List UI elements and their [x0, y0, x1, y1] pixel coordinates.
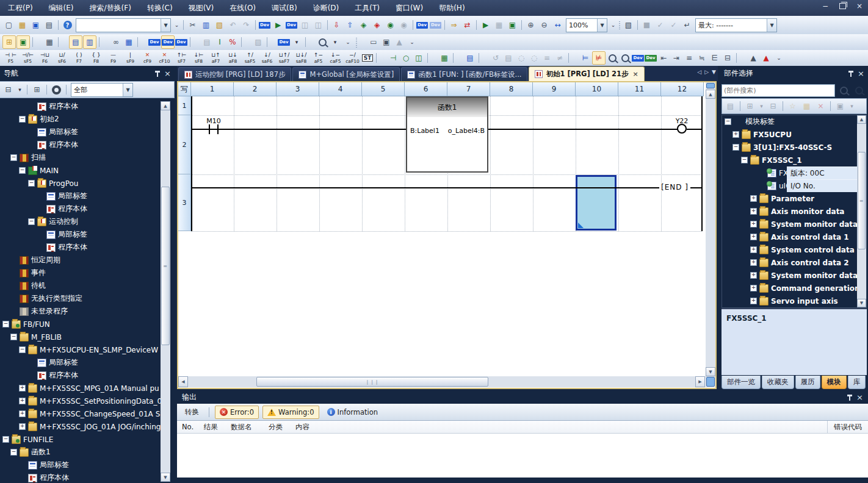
- toolbar-icon[interactable]: ⊖: [538, 19, 551, 32]
- toolbar-icon[interactable]: Dev: [161, 35, 175, 49]
- ladder-symbol-button[interactable]: ⊣ ⊢ F5: [2, 51, 19, 65]
- delete-icon[interactable]: ×: [814, 100, 827, 113]
- tree-expander-icon[interactable]: [750, 221, 757, 227]
- toolbar-icon[interactable]: ⊟: [722, 52, 734, 64]
- toolbar-icon[interactable]: ⇩: [330, 19, 343, 32]
- nav-tree-item[interactable]: 局部标签: [0, 356, 160, 369]
- toolbar-icon[interactable]: [355, 36, 367, 48]
- toolbar-icon[interactable]: ⌄: [173, 19, 181, 32]
- parts-tree-item[interactable]: uIO I/O No.: [722, 179, 849, 192]
- ladder-symbol-button[interactable]: ↑− aF5: [310, 51, 327, 65]
- close-icon[interactable]: ×: [856, 393, 863, 401]
- ladder-symbol-button[interactable]: ⊔/ sF6: [54, 51, 70, 65]
- ladder-symbol-button[interactable]: ( ) F7: [71, 51, 87, 65]
- toolbar-icon[interactable]: ✓: [667, 19, 680, 32]
- menu-item[interactable]: 编辑(E): [41, 0, 82, 16]
- menu-item[interactable]: 诊断(D): [305, 0, 347, 16]
- parts-tree-item[interactable]: FX5SSC_1: [722, 154, 849, 166]
- toolbar-icon[interactable]: ↔: [551, 19, 564, 32]
- nav-tree-item[interactable]: 待机: [0, 279, 160, 292]
- toolbar-icon[interactable]: ⊣: [387, 52, 399, 64]
- element-panel-tab[interactable]: 库: [848, 376, 866, 389]
- toolbar-icon[interactable]: [619, 52, 631, 64]
- parts-tree-item[interactable]: 3[U1]:FX5-40SSC-S: [722, 141, 849, 154]
- toolbar-icon[interactable]: ◈: [357, 19, 370, 32]
- nav-tree-item[interactable]: M+FX5SSC_SetPositioningData_0: [0, 395, 160, 407]
- tree-expander-icon[interactable]: [19, 423, 26, 430]
- toolbar-icon[interactable]: [566, 52, 579, 64]
- information-filter-button[interactable]: i Information: [323, 406, 383, 418]
- toolbar-icon[interactable]: ▨: [252, 36, 264, 48]
- toolbar-icon[interactable]: ⌄: [406, 36, 418, 48]
- ladder-symbol-button[interactable]: −/ caF10: [344, 51, 361, 65]
- nav-tree-item[interactable]: 函数1: [0, 446, 160, 459]
- close-button[interactable]: ×: [853, 1, 866, 11]
- toolbar-icon[interactable]: ◈: [371, 19, 383, 32]
- ladder-symbol-button[interactable]: ⊣/⊢ sF5: [20, 51, 36, 65]
- menu-item[interactable]: 窗口(W): [388, 0, 431, 16]
- chevron-down-icon[interactable]: ▾: [16, 84, 24, 96]
- scroll-thumb[interactable]: ≡: [858, 152, 866, 249]
- inline-st-button[interactable]: ST: [361, 52, 374, 64]
- toolbar-icon[interactable]: ∞: [110, 36, 122, 48]
- toolbar-icon[interactable]: ▧: [622, 19, 635, 32]
- toolbar-icon[interactable]: Dev: [278, 36, 290, 48]
- scroll-thumb[interactable]: ≡: [161, 187, 170, 345]
- toolbar-icon[interactable]: ⌄: [609, 19, 617, 32]
- parts-tree-item[interactable]: FX5SSC 版本: 00C: [722, 166, 849, 179]
- toolbar-icon[interactable]: ▾: [291, 36, 303, 48]
- scroll-left-icon[interactable]: ◀: [178, 376, 188, 387]
- nav-tree-item[interactable]: M+FX5SSC_MPG_01A Manual pu: [0, 382, 160, 395]
- nav-tree-item[interactable]: 程序本体: [0, 100, 160, 113]
- zoom-combobox[interactable]: 100%▼: [566, 18, 607, 32]
- ladder-row-header[interactable]: 3: [178, 174, 191, 231]
- chevron-down-icon[interactable]: ▼: [597, 19, 607, 32]
- toolbar-icon[interactable]: ▤: [69, 35, 82, 49]
- toolbar-icon[interactable]: [265, 36, 277, 48]
- menu-item[interactable]: 帮助(H): [431, 0, 472, 16]
- pin-icon[interactable]: [848, 70, 854, 77]
- toolbar-icon[interactable]: [374, 52, 386, 64]
- toolbar-icon[interactable]: ✓: [654, 19, 667, 32]
- nav-filter-combobox[interactable]: 全部▼: [71, 83, 133, 97]
- parts-tree-item[interactable]: Axis control data 1: [722, 231, 849, 243]
- toolbar-icon[interactable]: ◫: [413, 52, 425, 64]
- editor-hscrollbar[interactable]: ◀ ❘❘❘ ▶: [178, 376, 715, 387]
- tree-expander-icon[interactable]: [10, 449, 17, 456]
- tree-expander-icon[interactable]: [2, 321, 9, 327]
- output-coil[interactable]: [677, 124, 687, 134]
- ladder-symbol-button[interactable]: ✕ cF9: [139, 51, 156, 65]
- toolbar-icon[interactable]: Dev: [645, 52, 657, 64]
- toolbar-icon[interactable]: ▤: [464, 52, 476, 64]
- toolbar-icon[interactable]: ▾: [329, 36, 341, 48]
- toolbar-icon[interactable]: Dev: [285, 19, 298, 32]
- tree-expander-icon[interactable]: [28, 103, 35, 110]
- toolbar-icon[interactable]: [56, 36, 68, 48]
- toolbar-icon[interactable]: [734, 52, 747, 64]
- toolbar-icon[interactable]: ◫: [312, 19, 325, 32]
- tree-expander-icon[interactable]: [10, 154, 17, 161]
- document-tab[interactable]: 函数1 [FUN: ] [函数/FB标签设...: [401, 67, 527, 81]
- toolbar-icon[interactable]: [303, 36, 316, 48]
- tab-scroll-right-icon[interactable]: ▷: [704, 69, 709, 75]
- toolbar-icon[interactable]: ▣: [380, 36, 392, 48]
- toolbar-icon[interactable]: [97, 36, 109, 48]
- ladder-symbol-button[interactable]: ⊔↑ aF7: [208, 51, 224, 65]
- toolbar-icon[interactable]: ▤: [502, 52, 515, 64]
- toolbar-icon[interactable]: [316, 36, 328, 48]
- nav-tree-item[interactable]: MAIN: [0, 164, 160, 177]
- toolbar-icon[interactable]: ▶: [272, 19, 284, 32]
- tree-expander-icon[interactable]: [19, 116, 26, 123]
- ladder-symbol-button[interactable]: — F9: [105, 51, 121, 65]
- document-tab[interactable]: 运动控制 [PRG] [LD] 187步: [178, 67, 291, 81]
- ladder-symbol-button[interactable]: ↑⊢ sF7: [173, 51, 190, 65]
- toolbar-icon[interactable]: [56, 19, 60, 31]
- tree-expander-icon[interactable]: [750, 259, 757, 266]
- ladder-symbol-button[interactable]: ↑/ saF5: [242, 51, 258, 65]
- close-icon[interactable]: ×: [858, 70, 864, 77]
- toolbar-icon[interactable]: ↺: [490, 52, 502, 64]
- tree-expander-icon[interactable]: [750, 246, 757, 253]
- toolbar-icon[interactable]: [635, 19, 640, 31]
- tree-expander-icon[interactable]: [37, 206, 44, 212]
- ladder-symbol-button[interactable]: ⊔↑/ saF7: [276, 51, 292, 65]
